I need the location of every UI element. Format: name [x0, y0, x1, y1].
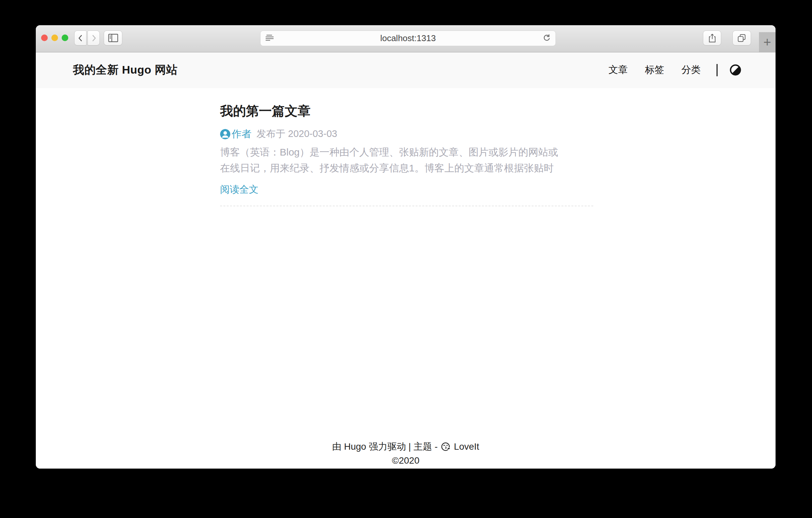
post-meta: 作者 发布于 2020-03-03: [220, 128, 337, 140]
minimize-window-button[interactable]: [51, 34, 58, 41]
new-tab-button[interactable]: +: [759, 32, 776, 52]
traffic-lights: [41, 34, 68, 41]
theme-name-link[interactable]: LoveIt: [454, 441, 479, 452]
powered-by-text: 由 Hugo 强力驱动 | 主题 -: [332, 440, 437, 453]
site-title[interactable]: 我的全新 Hugo 网站: [73, 62, 178, 78]
sidebar-icon: [108, 33, 118, 43]
site-footer: 由 Hugo 强力驱动 | 主题 - LoveIt ©2020: [36, 439, 776, 469]
author-avatar-icon: [220, 129, 230, 139]
back-chevron-icon: [76, 34, 85, 43]
tab-overview-button[interactable]: [732, 30, 751, 46]
share-icon: [708, 33, 717, 43]
theme-toggle-icon[interactable]: [730, 64, 741, 76]
site-header: 我的全新 Hugo 网站 文章 标签 分类: [36, 52, 776, 87]
close-window-button[interactable]: [41, 34, 48, 41]
read-more-link[interactable]: 阅读全文: [220, 183, 259, 196]
browser-toolbar: localhost:1313: [36, 25, 776, 52]
share-button[interactable]: [703, 30, 721, 46]
browser-window: localhost:1313: [36, 25, 776, 469]
reload-icon[interactable]: [542, 33, 551, 43]
plus-icon: +: [763, 35, 771, 50]
page-content: 我的全新 Hugo 网站 文章 标签 分类 我的第一篇文章: [36, 52, 776, 469]
summary-line-2: 在线日记，用来纪录、抒发情感或分享信息1。博客上的文章通常根据张贴时: [220, 163, 554, 173]
sidebar-toggle-button[interactable]: [104, 30, 122, 46]
nav-item-categories[interactable]: 分类: [682, 63, 701, 77]
url-text: localhost:1313: [261, 31, 555, 46]
post-summary-text: 博客（英语：Blog）是一种由个人管理、张贴新的文章、图片或影片的网站或在线日记…: [220, 144, 598, 176]
summary-line-1: 博客（英语：Blog）是一种由个人管理、张贴新的文章、图片或影片的网站或: [220, 146, 558, 158]
nav-item-tags[interactable]: 标签: [645, 63, 664, 77]
site-nav: 文章 标签 分类: [591, 63, 741, 77]
author-link[interactable]: 作者: [232, 127, 252, 141]
tabs-icon: [737, 33, 746, 43]
publish-date: 发布于 2020-03-03: [257, 127, 337, 141]
zoom-window-button[interactable]: [62, 34, 68, 41]
post-divider: [220, 206, 593, 206]
forward-button[interactable]: [87, 30, 100, 46]
forward-chevron-icon: [89, 34, 98, 43]
kiss-wink-heart-icon: [441, 442, 451, 452]
nav-item-posts[interactable]: 文章: [609, 63, 628, 77]
back-button[interactable]: [74, 30, 87, 46]
copyright-text: ©2020: [36, 454, 776, 469]
nav-divider: [717, 64, 718, 76]
address-bar[interactable]: localhost:1313: [260, 30, 556, 46]
footer-powered-line: 由 Hugo 强力驱动 | 主题 - LoveIt: [36, 439, 776, 454]
post-title[interactable]: 我的第一篇文章: [220, 102, 311, 120]
